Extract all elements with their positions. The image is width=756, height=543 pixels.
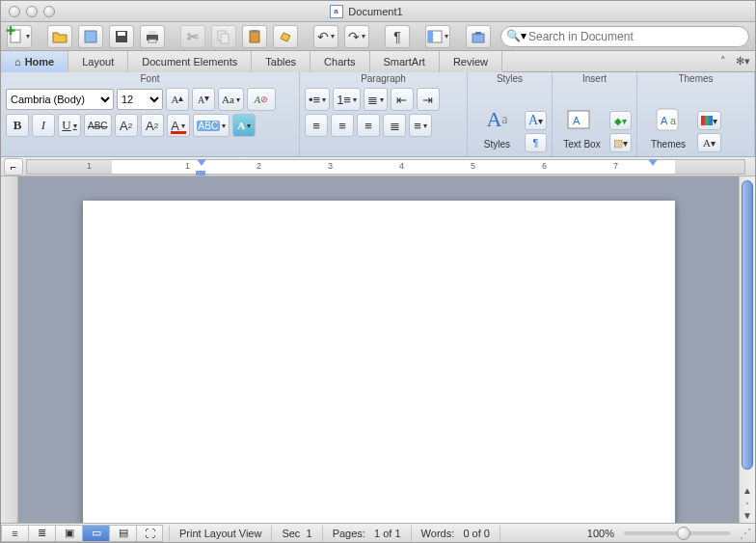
zoom-value[interactable]: 100% (583, 528, 618, 539)
view-draft-button[interactable]: ≡ (1, 525, 28, 542)
text-box-button[interactable]: A Text Box (557, 99, 607, 152)
paste-button[interactable] (242, 25, 267, 48)
styles-pane-button[interactable]: ¶ (525, 133, 547, 152)
page[interactable] (83, 201, 675, 523)
tab-home[interactable]: ⌂Home (1, 51, 68, 72)
search-input[interactable] (500, 26, 749, 47)
justify-button[interactable]: ≣ (383, 114, 406, 137)
group-themes: Themes Aa Themes ▾ A▾ (637, 72, 755, 156)
vertical-scrollbar[interactable]: ▲ ◦ ▼ (739, 176, 755, 523)
align-right-button[interactable]: ≡ (357, 114, 380, 137)
scroll-thumb[interactable] (742, 180, 753, 470)
view-name: Print Layout View (176, 528, 265, 539)
view-outline-button[interactable]: ≣ (28, 525, 55, 542)
font-size-combo[interactable]: 12 (117, 89, 163, 110)
theme-colors-button[interactable]: ▾ (697, 111, 721, 130)
numbering-button[interactable]: 1≡▾ (333, 88, 361, 111)
document-icon (330, 5, 343, 18)
prev-page-button[interactable]: ▲ (742, 485, 752, 496)
group-font: Font Cambria (Body) 12 A▴ A▾ Aa▾ A⊘ B I … (1, 72, 300, 156)
collapse-ribbon-button[interactable]: ˄ (715, 53, 732, 70)
open-recent-button[interactable] (78, 25, 103, 48)
tab-document-elements[interactable]: Document Elements (128, 51, 252, 72)
open-button[interactable] (47, 25, 72, 48)
subscript-button[interactable]: A2 (141, 114, 164, 137)
save-button[interactable] (109, 25, 134, 48)
theme-fonts-button[interactable]: A▾ (697, 133, 721, 152)
redo-button[interactable]: ↷▾ (344, 25, 369, 48)
first-line-indent-marker[interactable] (197, 159, 206, 166)
decrease-indent-button[interactable]: ⇤ (391, 88, 414, 111)
zoom-slider[interactable] (624, 531, 730, 535)
minimize-window-button[interactable] (26, 6, 38, 17)
view-fullscreen-button[interactable]: ⛶ (136, 525, 163, 542)
ribbon: Font Cambria (Body) 12 A▴ A▾ Aa▾ A⊘ B I … (1, 72, 755, 157)
copy-button[interactable] (211, 25, 236, 48)
shrink-font-button[interactable]: A▾ (192, 88, 215, 111)
picture-button[interactable]: ▧▾ (609, 133, 632, 152)
align-left-button[interactable]: ≡ (305, 114, 328, 137)
group-title-styles: Styles (468, 72, 552, 86)
format-painter-button[interactable] (273, 25, 298, 48)
titlebar: Document1 (1, 1, 755, 22)
group-insert: Insert A Text Box ◆▾ ▧▾ (553, 72, 637, 156)
font-color-button[interactable]: A▾ (167, 114, 190, 137)
shapes-button[interactable]: ◆▾ (609, 111, 632, 130)
show-marks-button[interactable]: ¶ (385, 25, 410, 48)
view-print-layout-button[interactable]: ▭ (82, 525, 109, 542)
clear-formatting-button[interactable]: A⊘ (247, 88, 276, 111)
tab-stop-button[interactable]: ⌐ (4, 158, 23, 176)
italic-button[interactable]: I (32, 114, 55, 137)
toolbox-button[interactable] (466, 25, 491, 48)
highlight-button[interactable]: ABC▾ (193, 114, 230, 137)
new-document-button[interactable]: ✚ ▾ (7, 25, 32, 48)
bullets-button[interactable]: •≡▾ (305, 88, 330, 111)
zoom-window-button[interactable] (43, 6, 55, 17)
tab-smartart[interactable]: SmartArt (370, 51, 440, 72)
strikethrough-button[interactable]: ABC (84, 114, 112, 137)
window-title: Document1 (348, 6, 402, 17)
bold-button[interactable]: B (6, 114, 29, 137)
tab-review[interactable]: Review (440, 51, 502, 72)
svg-rect-12 (428, 31, 433, 42)
ribbon-options-button[interactable]: ✻▾ (734, 53, 751, 70)
tab-charts[interactable]: Charts (310, 51, 369, 72)
browse-object-button[interactable]: ◦ (745, 498, 749, 508)
paper-viewport[interactable] (18, 176, 739, 523)
title-area: Document1 (55, 5, 678, 18)
group-title-paragraph: Paragraph (300, 72, 467, 86)
tab-tables[interactable]: Tables (252, 51, 310, 72)
next-page-button[interactable]: ▼ (742, 510, 752, 521)
styles-gallery-button[interactable]: Aa Styles (472, 99, 522, 152)
tab-layout[interactable]: Layout (68, 51, 128, 72)
font-name-combo[interactable]: Cambria (Body) (6, 89, 114, 110)
increase-indent-button[interactable]: ⇥ (417, 88, 440, 111)
undo-button[interactable]: ↶▾ (313, 25, 338, 48)
themes-button[interactable]: Aa Themes (642, 99, 694, 152)
vertical-ruler[interactable] (1, 176, 18, 523)
style-set-button[interactable]: A▾ (525, 111, 547, 130)
print-button[interactable] (140, 25, 165, 48)
home-icon: ⌂ (14, 56, 21, 68)
horizontal-ruler[interactable]: 1 1 2 3 4 5 6 7 (26, 159, 745, 175)
line-spacing-button[interactable]: ≡▾ (409, 114, 432, 137)
group-title-font: Font (1, 72, 299, 86)
hanging-indent-marker[interactable] (196, 171, 205, 176)
traffic-lights (1, 6, 55, 17)
align-center-button[interactable]: ≡ (331, 114, 354, 137)
standard-toolbar: ✚ ▾ ✄ ↶▾ ↷▾ ¶ ▾ 🔍▾ (1, 22, 755, 51)
resize-grip[interactable]: ⋰ (736, 527, 755, 540)
svg-text:A: A (573, 115, 580, 126)
view-notebook-button[interactable]: ▤ (109, 525, 136, 542)
sidebar-button[interactable]: ▾ (425, 25, 450, 48)
change-case-button[interactable]: Aa▾ (218, 88, 244, 111)
superscript-button[interactable]: A2 (115, 114, 138, 137)
grow-font-button[interactable]: A▴ (166, 88, 189, 111)
text-effects-button[interactable]: A▾ (232, 114, 256, 137)
right-indent-marker[interactable] (648, 159, 658, 166)
cut-button[interactable]: ✄ (180, 25, 205, 48)
view-publishing-button[interactable]: ▣ (55, 525, 82, 542)
close-window-button[interactable] (9, 6, 20, 17)
underline-button[interactable]: U▾ (58, 114, 81, 137)
multilevel-list-button[interactable]: ≣▾ (364, 88, 388, 111)
